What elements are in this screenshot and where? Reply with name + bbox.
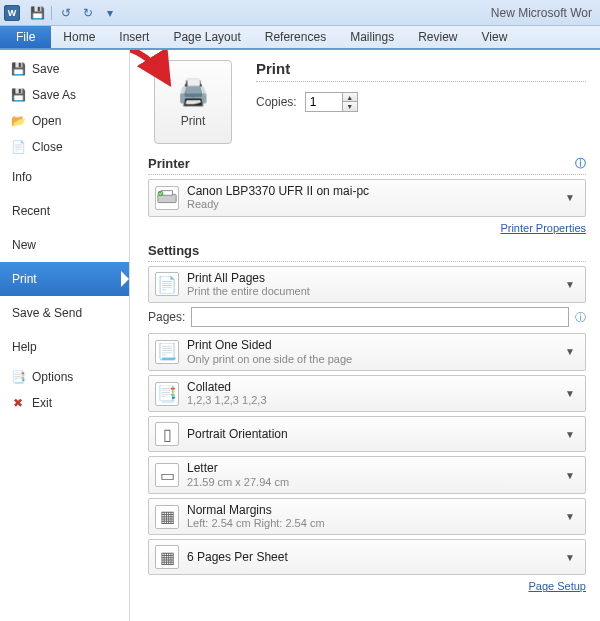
setting-margins[interactable]: ▦ Normal Margins Left: 2.54 cm Right: 2.… bbox=[148, 498, 586, 536]
persheet-title: 6 Pages Per Sheet bbox=[187, 550, 561, 564]
chevron-down-icon: ▼ bbox=[561, 346, 579, 357]
print-backstage-content: 🖨️ Print Print Copies: ▲ ▼ bbox=[130, 50, 600, 621]
print-range-sub: Print the entire document bbox=[187, 285, 561, 298]
word-app-icon: W bbox=[4, 5, 20, 21]
qat-separator bbox=[51, 6, 52, 20]
ribbon-tabs: File Home Insert Page Layout References … bbox=[0, 26, 600, 50]
info-icon[interactable]: ⓘ bbox=[575, 156, 586, 171]
orientation-title: Portrait Orientation bbox=[187, 427, 561, 441]
pages-label: Pages: bbox=[148, 310, 185, 324]
tab-page-layout[interactable]: Page Layout bbox=[161, 26, 252, 48]
print-range-title: Print All Pages bbox=[187, 271, 561, 285]
sidebar-label: Save As bbox=[32, 88, 76, 102]
qat-undo-icon[interactable]: ↺ bbox=[57, 4, 75, 22]
setting-collated[interactable]: 📑 Collated 1,2,3 1,2,3 1,2,3 ▼ bbox=[148, 375, 586, 413]
exit-icon: ✖ bbox=[10, 395, 26, 411]
sidebar-print[interactable]: Print bbox=[0, 262, 129, 296]
setting-sided[interactable]: 📃 Print One Sided Only print on one side… bbox=[148, 333, 586, 371]
sidebar-save-as[interactable]: 💾 Save As bbox=[0, 82, 129, 108]
printer-properties-link[interactable]: Printer Properties bbox=[500, 222, 586, 234]
pages-icon: 📄 bbox=[155, 272, 179, 296]
sidebar-help[interactable]: Help bbox=[0, 330, 129, 364]
tab-review[interactable]: Review bbox=[406, 26, 469, 48]
sidebar-exit[interactable]: ✖ Exit bbox=[0, 390, 129, 416]
print-button[interactable]: 🖨️ Print bbox=[154, 60, 232, 144]
margins-title: Normal Margins bbox=[187, 503, 561, 517]
collated-title: Collated bbox=[187, 380, 561, 394]
setting-pages-per-sheet[interactable]: ▦ 6 Pages Per Sheet ▼ bbox=[148, 539, 586, 575]
svg-point-2 bbox=[158, 190, 164, 196]
printer-icon: 🖨️ bbox=[177, 77, 209, 108]
tab-home[interactable]: Home bbox=[51, 26, 107, 48]
tab-view[interactable]: View bbox=[470, 26, 520, 48]
chevron-down-icon: ▼ bbox=[561, 388, 579, 399]
chevron-down-icon: ▼ bbox=[561, 470, 579, 481]
info-icon[interactable]: ⓘ bbox=[575, 310, 586, 325]
chevron-down-icon: ▼ bbox=[561, 429, 579, 440]
settings-heading-text: Settings bbox=[148, 243, 199, 258]
options-icon: 📑 bbox=[10, 369, 26, 385]
page-setup-link[interactable]: Page Setup bbox=[529, 580, 587, 592]
sidebar-recent[interactable]: Recent bbox=[0, 194, 129, 228]
title-bar: W 💾 ↺ ↻ ▾ New Microsoft Wor bbox=[0, 0, 600, 26]
setting-paper-size[interactable]: ▭ Letter 21.59 cm x 27.94 cm ▼ bbox=[148, 456, 586, 494]
sidebar-open[interactable]: 📂 Open bbox=[0, 108, 129, 134]
qat-save-icon[interactable]: 💾 bbox=[28, 4, 46, 22]
sidebar-label: Open bbox=[32, 114, 61, 128]
sidebar-label: Close bbox=[32, 140, 63, 154]
margins-icon: ▦ bbox=[155, 505, 179, 529]
copies-up[interactable]: ▲ bbox=[343, 93, 357, 102]
sidebar-options[interactable]: 📑 Options bbox=[0, 364, 129, 390]
paper-icon: ▭ bbox=[155, 463, 179, 487]
printer-status-icon bbox=[155, 186, 179, 210]
printer-heading-text: Printer bbox=[148, 156, 190, 171]
tab-insert[interactable]: Insert bbox=[107, 26, 161, 48]
collated-icon: 📑 bbox=[155, 382, 179, 406]
tab-file[interactable]: File bbox=[0, 26, 51, 48]
sidebar-save-send[interactable]: Save & Send bbox=[0, 296, 129, 330]
printer-name: Canon LBP3370 UFR II on mai-pc bbox=[187, 184, 561, 198]
margins-sub: Left: 2.54 cm Right: 2.54 cm bbox=[187, 517, 561, 530]
one-sided-icon: 📃 bbox=[155, 340, 179, 364]
copies-down[interactable]: ▼ bbox=[343, 102, 357, 111]
sided-sub: Only print on one side of the page bbox=[187, 353, 561, 366]
paper-sub: 21.59 cm x 27.94 cm bbox=[187, 476, 561, 489]
tab-mailings[interactable]: Mailings bbox=[338, 26, 406, 48]
save-as-icon: 💾 bbox=[10, 87, 26, 103]
pages-per-sheet-icon: ▦ bbox=[155, 545, 179, 569]
sidebar-save[interactable]: 💾 Save bbox=[0, 56, 129, 82]
printer-status: Ready bbox=[187, 198, 561, 211]
copies-spinner[interactable]: ▲ ▼ bbox=[305, 92, 358, 112]
chevron-down-icon: ▼ bbox=[561, 192, 579, 203]
collated-sub: 1,2,3 1,2,3 1,2,3 bbox=[187, 394, 561, 407]
chevron-down-icon: ▼ bbox=[561, 552, 579, 563]
settings-section-heading: Settings bbox=[148, 243, 586, 262]
close-icon: 📄 bbox=[10, 139, 26, 155]
copies-label: Copies: bbox=[256, 95, 297, 109]
backstage-sidebar: 💾 Save 💾 Save As 📂 Open 📄 Close Info Rec… bbox=[0, 50, 130, 621]
paper-title: Letter bbox=[187, 461, 561, 475]
chevron-down-icon: ▼ bbox=[561, 511, 579, 522]
window-title: New Microsoft Wor bbox=[491, 6, 596, 20]
setting-orientation[interactable]: ▯ Portrait Orientation ▼ bbox=[148, 416, 586, 452]
setting-print-range[interactable]: 📄 Print All Pages Print the entire docum… bbox=[148, 266, 586, 304]
pages-input[interactable] bbox=[191, 307, 569, 327]
sided-title: Print One Sided bbox=[187, 338, 561, 352]
printer-section-heading: Printer ⓘ bbox=[148, 156, 586, 175]
printer-selector[interactable]: Canon LBP3370 UFR II on mai-pc Ready ▼ bbox=[148, 179, 586, 217]
copies-input[interactable] bbox=[306, 95, 342, 109]
sidebar-info[interactable]: Info bbox=[0, 160, 129, 194]
print-button-label: Print bbox=[181, 114, 206, 128]
portrait-icon: ▯ bbox=[155, 422, 179, 446]
open-icon: 📂 bbox=[10, 113, 26, 129]
print-heading: Print bbox=[256, 60, 586, 82]
qat-redo-icon[interactable]: ↻ bbox=[79, 4, 97, 22]
sidebar-new[interactable]: New bbox=[0, 228, 129, 262]
sidebar-label: Exit bbox=[32, 396, 52, 410]
chevron-down-icon: ▼ bbox=[561, 279, 579, 290]
sidebar-close[interactable]: 📄 Close bbox=[0, 134, 129, 160]
sidebar-label: Save bbox=[32, 62, 59, 76]
tab-references[interactable]: References bbox=[253, 26, 338, 48]
save-icon: 💾 bbox=[10, 61, 26, 77]
qat-customize-icon[interactable]: ▾ bbox=[101, 4, 119, 22]
